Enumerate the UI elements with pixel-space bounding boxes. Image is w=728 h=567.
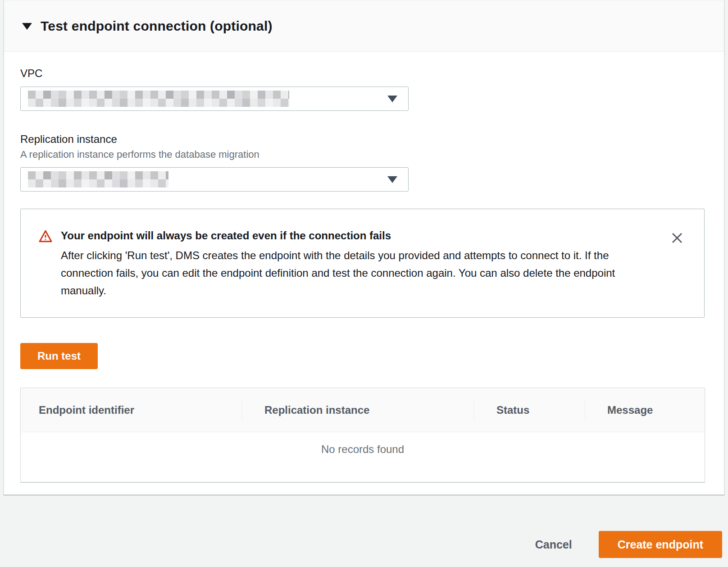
vpc-selected-value-redacted	[28, 91, 289, 107]
column-header-message[interactable]: Message	[585, 388, 705, 432]
cancel-button[interactable]: Cancel	[535, 538, 572, 551]
select-caret-icon	[387, 176, 397, 183]
column-header-replication-instance[interactable]: Replication instance	[242, 388, 474, 432]
replication-instance-selected-value-redacted	[28, 171, 168, 187]
table-header-row: Endpoint identifier Replication instance…	[21, 388, 705, 432]
replication-instance-select[interactable]	[20, 167, 409, 192]
vpc-label: VPC	[20, 67, 707, 80]
wizard-footer-actions: Cancel Create endpoint	[0, 531, 722, 558]
close-icon[interactable]	[671, 232, 683, 244]
vpc-select[interactable]	[20, 87, 409, 111]
create-endpoint-button[interactable]: Create endpoint	[599, 531, 722, 558]
replication-instance-description: A replication instance performs the data…	[20, 149, 707, 160]
section-title: Test endpoint connection (optional)	[41, 18, 273, 34]
select-caret-icon	[387, 96, 397, 102]
warning-flash: Your endpoint will always be created eve…	[20, 209, 705, 318]
section-content: VPC Replication instance A replication i…	[4, 52, 724, 482]
vpc-field-group: VPC	[20, 67, 707, 111]
section-header-test-endpoint-connection[interactable]: Test endpoint connection (optional)	[4, 0, 724, 52]
test-endpoint-connection-panel: Test endpoint connection (optional) VPC …	[4, 0, 724, 495]
column-header-endpoint-identifier[interactable]: Endpoint identifier	[21, 388, 242, 432]
table-empty-state: No records found	[21, 432, 705, 482]
replication-instance-label: Replication instance	[20, 133, 707, 146]
caret-down-icon	[22, 23, 32, 30]
warning-body: After clicking 'Run test', DMS creates t…	[61, 247, 646, 299]
warning-text: Your endpoint will always be created eve…	[61, 229, 646, 299]
replication-instance-field-group: Replication instance A replication insta…	[20, 133, 707, 192]
column-header-status[interactable]: Status	[474, 388, 585, 432]
warning-title: Your endpoint will always be created eve…	[61, 229, 646, 242]
test-results-table: Endpoint identifier Replication instance…	[20, 388, 705, 482]
run-test-button[interactable]: Run test	[20, 343, 98, 369]
warning-triangle-icon	[39, 229, 52, 243]
